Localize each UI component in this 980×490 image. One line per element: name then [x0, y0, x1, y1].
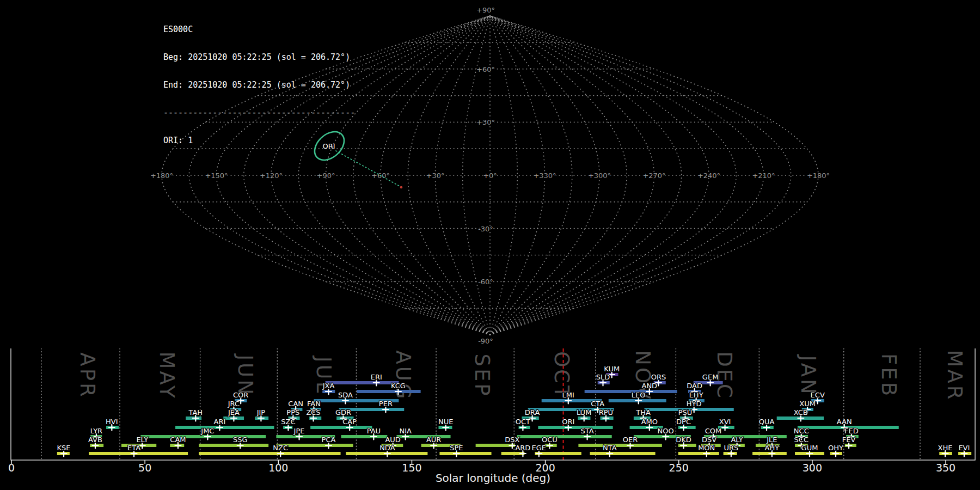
shower-label-XVI: XVI — [719, 418, 731, 426]
shower-label-ELY: ELY — [136, 436, 148, 444]
shower-label-FAN: FAN — [307, 400, 321, 408]
shower-label-JEA: JEA — [228, 408, 240, 416]
map-lat-label-5: -90° — [478, 337, 493, 345]
map-lon-label-11: +210° — [752, 171, 775, 180]
shower-label-ARD: ARD — [515, 444, 530, 452]
radiant-label: ORI — [322, 142, 335, 150]
shower-label-DKD: DKD — [676, 436, 691, 444]
shower-label-KCG: KCG — [391, 382, 406, 390]
shower-bar-ERI — [326, 381, 399, 384]
month-label-JAN: JAN — [797, 354, 820, 396]
shower-label-SZC: SZC — [281, 418, 295, 426]
activity-timeline-chart: APRMAYJUNJULAUGSEPOCTNOVDECJANFEBMARKUME… — [0, 348, 980, 490]
shower-label-GUM: GUM — [801, 444, 818, 452]
map-lat-label-0: +90° — [476, 6, 495, 14]
shower-label-SPE: SPE — [450, 444, 463, 452]
map-lat-label-4: -60° — [478, 278, 493, 286]
shower-bar-KCG — [357, 390, 420, 393]
shower-bar-ARI — [175, 426, 274, 429]
radiant-drift-track — [336, 151, 401, 187]
shower-label-PER: PER — [379, 400, 393, 408]
shower-label-URS: URS — [724, 444, 738, 452]
map-lon-label-0: +180° — [150, 171, 173, 180]
shower-label-OER: OER — [623, 436, 638, 444]
shower-label-DPC: DPC — [676, 418, 691, 426]
shower-label-JLE: JLE — [766, 436, 777, 444]
shower-label-CAP: CAP — [342, 418, 357, 426]
x-tick-label-150: 150 — [402, 462, 421, 474]
month-label-MAR: MAR — [943, 350, 966, 402]
shower-label-AHY: AHY — [765, 444, 780, 452]
shower-label-PSU: PSU — [678, 408, 693, 416]
shower-label-KSE: KSE — [57, 444, 71, 452]
radiant-drift-end-dot — [400, 186, 403, 189]
shower-label-AND: AND — [641, 382, 657, 390]
map-lat-label-2: +30° — [476, 118, 495, 126]
shower-label-ALY: ALY — [731, 436, 743, 444]
shower-label-KUM: KUM — [604, 365, 620, 373]
shower-label-RPU: RPU — [599, 408, 613, 416]
shower-label-CAM: CAM — [170, 436, 186, 444]
shower-label-DSX: DSX — [505, 436, 519, 444]
map-lon-label-1: +150° — [205, 171, 228, 180]
shower-label-PCA: PCA — [322, 436, 336, 444]
shower-label-JPE: JPE — [293, 427, 305, 435]
shower-bar-ORI — [538, 426, 612, 429]
x-tick-label-100: 100 — [268, 462, 288, 474]
shower-label-HYD: HYD — [687, 400, 702, 408]
shower-label-DSV: DSV — [702, 436, 716, 444]
shower-label-GEM: GEM — [702, 373, 719, 381]
shower-label-JRC: JRC — [228, 400, 240, 408]
x-tick-label-300: 300 — [803, 462, 822, 474]
shower-label-OCT: OCT — [516, 418, 530, 426]
shower-label-SSG: SSG — [233, 436, 248, 444]
shower-label-TAH: TAH — [188, 408, 203, 416]
shower-label-ETA: ETA — [127, 444, 140, 452]
shower-label-LYR: LYR — [90, 427, 103, 435]
shower-label-SCC: SCC — [794, 436, 808, 444]
x-tick-label-350: 350 — [936, 462, 955, 474]
shower-bar-NTA — [590, 452, 655, 455]
month-label-JUN: JUN — [234, 353, 257, 397]
month-label-AUG: AUG — [391, 350, 415, 401]
shower-label-ERI: ERI — [371, 373, 382, 381]
shower-label-DAD: DAD — [687, 382, 702, 390]
shower-label-DRA: DRA — [525, 408, 540, 416]
month-label-MAY: MAY — [155, 352, 179, 400]
shower-label-XUM: XUM — [799, 400, 816, 408]
map-lon-label-3: +90° — [317, 171, 335, 180]
x-tick-label-50: 50 — [138, 462, 151, 474]
shower-label-NUE: NUE — [438, 418, 453, 426]
shower-label-NCC: NCC — [794, 427, 809, 435]
chart-root: APRMAYJUNJULAUGSEPOCTNOVDECJANFEBMARKUME… — [8, 348, 975, 485]
map-lon-label-8: +300° — [588, 171, 611, 180]
shower-label-FED: FED — [844, 427, 859, 435]
map-lon-label-2: +120° — [260, 171, 283, 180]
month-label-FEB: FEB — [877, 353, 901, 398]
shower-bar-STA — [517, 435, 612, 438]
shower-bar-AND — [585, 390, 677, 393]
shower-label-PPS: PPS — [286, 408, 299, 416]
shower-bar-MON — [678, 452, 719, 455]
shower-label-LMI: LMI — [562, 391, 574, 399]
shower-label-NZC: NZC — [273, 444, 288, 452]
shower-bar-SSG — [199, 444, 268, 447]
shower-label-NIA: NIA — [399, 427, 412, 435]
shower-label-AUR: AUR — [426, 436, 441, 444]
map-lat-label-3: -30° — [478, 225, 493, 233]
shower-label-NTA: NTA — [603, 444, 617, 452]
shower-label-AUD: AUD — [385, 436, 400, 444]
x-tick-label-0: 0 — [8, 462, 15, 474]
shower-label-COR: COR — [233, 391, 248, 399]
shower-label-OCU: OCU — [542, 436, 558, 444]
shower-label-LUM: LUM — [577, 408, 591, 416]
shower-label-AMO: AMO — [641, 418, 658, 426]
shower-label-ECV: ECV — [811, 391, 825, 399]
shower-label-JIP: JIP — [256, 408, 266, 416]
x-axis-title: Solar longitude (deg) — [436, 471, 550, 485]
shower-label-JMC: JMC — [200, 427, 214, 435]
shower-bar-NZC — [199, 452, 340, 455]
map-lon-label-5: +30° — [426, 171, 445, 180]
shower-label-FEV: FEV — [842, 436, 856, 444]
shower-label-EHY: EHY — [689, 391, 703, 399]
